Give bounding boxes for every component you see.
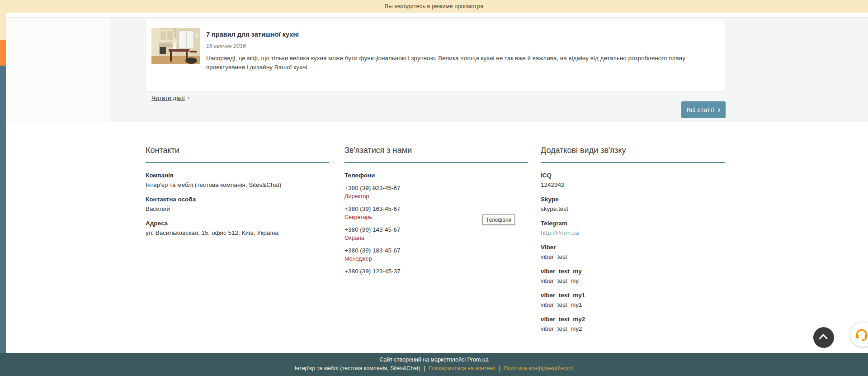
chevron-right-icon: › bbox=[188, 94, 190, 101]
connect-title: Зв'язатися з нами bbox=[344, 146, 528, 163]
read-more-label: Читати далі bbox=[151, 95, 185, 101]
contact-item-person: Контактна особа Василий bbox=[146, 196, 329, 212]
kitchen-photo bbox=[151, 28, 200, 64]
phone-entry: +380 (39) 123-45-37 bbox=[344, 268, 528, 275]
article-excerpt: Насправді, це міф, що тільки велика кухн… bbox=[206, 54, 716, 71]
extra-contacts-column: Додаткові види зв'язку ICQ 1242342 Skype… bbox=[541, 146, 725, 332]
phone-number: +380 (39) 143-45-67 bbox=[344, 226, 528, 233]
all-articles-label: Всі статті bbox=[686, 106, 714, 114]
phone-number: +380 (39) 163-45-67 bbox=[344, 205, 528, 212]
contact-item-address: Адреса ул. Васильковская, 15, офис 512, … bbox=[146, 220, 329, 236]
extra-item-viber-my2: viber_test_my2 viber_test_my2 bbox=[541, 316, 725, 332]
article-title[interactable]: 7 правил для затишної кухні bbox=[206, 31, 299, 38]
extra-label: Viber bbox=[541, 244, 725, 251]
article-card: 7 правил для затишної кухні 18 квітня 20… bbox=[146, 19, 725, 91]
scroll-to-top-button[interactable] bbox=[813, 327, 834, 348]
phone-role-label: Директор bbox=[344, 193, 528, 200]
phone-entry: +380 (39) 143-45-67 Охрана bbox=[344, 226, 528, 241]
extra-label: viber_test_my2 bbox=[541, 316, 725, 323]
article-date: 18 квітня 2016 bbox=[206, 43, 246, 49]
phone-number: +380 (39) 183-45-67 bbox=[344, 247, 528, 254]
extra-item-skype: Skype skype.test bbox=[541, 196, 725, 212]
contacts-column: Контакти Компанія Інтер'єр та меблі (тес… bbox=[146, 146, 329, 236]
contacts-title: Контакти bbox=[146, 146, 329, 163]
extra-value: viber_test_my1 bbox=[541, 301, 725, 308]
phone-role-label: Охрана bbox=[344, 235, 528, 241]
preview-mode-bar: Вы находитесь в режиме просмотра bbox=[0, 0, 868, 13]
chevron-right-icon: › bbox=[718, 105, 721, 114]
extra-contacts-title: Додаткові види зв'язку bbox=[541, 146, 725, 163]
extra-value: viber_test_my2 bbox=[541, 325, 725, 332]
previous-section-edge bbox=[6, 13, 868, 18]
extra-label: viber_test_my bbox=[541, 268, 725, 275]
phones-label: Телефони bbox=[344, 172, 528, 179]
extra-value: viber_test bbox=[541, 253, 725, 260]
extra-item-icq: ICQ 1242342 bbox=[541, 172, 725, 188]
left-edge-cream-strip bbox=[0, 13, 6, 40]
preview-mode-text: Вы находитесь в режиме просмотра bbox=[385, 3, 484, 10]
tooltip-text: Телефони bbox=[486, 217, 511, 223]
phone-number: +380 (39) 923-45-67 bbox=[344, 185, 528, 191]
extra-value: viber_test_my bbox=[541, 277, 725, 284]
telegram-link[interactable]: http://Prom.ua bbox=[541, 229, 725, 236]
extra-value: 1242342 bbox=[541, 181, 725, 188]
contact-value: Інтер'єр та меблі (тестова компанія, Sit… bbox=[146, 181, 329, 188]
phone-entry: +380 (39) 183-45-67 Менеджер bbox=[344, 247, 528, 262]
left-edge-orange-strip bbox=[0, 40, 6, 66]
footer-separator: | bbox=[424, 365, 425, 371]
footer-marketplace-text: Сайт створений на маркетплейсі Prom.ua bbox=[0, 357, 868, 363]
site-footer: Сайт створений на маркетплейсі Prom.ua І… bbox=[0, 353, 868, 376]
privacy-policy-link[interactable]: Політика конфіденційності bbox=[504, 365, 573, 371]
extra-item-viber-my1: viber_test_my1 viber_test_my1 bbox=[541, 292, 725, 308]
extra-label: ICQ bbox=[541, 172, 725, 179]
phone-number: +380 (39) 123-45-37 bbox=[344, 268, 528, 275]
support-chat-widget[interactable] bbox=[850, 322, 868, 347]
extra-label: Skype bbox=[541, 196, 725, 203]
footer-company-name: Інтер'єр та меблі (тестова компанія, Sit… bbox=[295, 365, 420, 371]
phones-tooltip: Телефони bbox=[482, 214, 515, 225]
contact-value: Василий bbox=[146, 205, 329, 212]
connect-column: Зв'язатися з нами Телефони +380 (39) 923… bbox=[344, 146, 528, 275]
contact-label: Контактна особа bbox=[146, 196, 329, 203]
contact-label: Компанія bbox=[146, 172, 329, 179]
extra-item-viber-my: viber_test_my viber_test_my bbox=[541, 268, 725, 284]
report-content-link[interactable]: Поскаржитися на контент bbox=[429, 365, 495, 371]
phone-entry: +380 (39) 923-45-67 Директор bbox=[344, 185, 528, 200]
contact-value: ул. Васильковская, 15, офис 512, Київ, У… bbox=[146, 229, 329, 236]
left-gutter-panel bbox=[6, 18, 110, 122]
left-edge-teal-strip bbox=[0, 66, 6, 353]
article-thumbnail[interactable] bbox=[151, 28, 200, 64]
extra-value: skype.test bbox=[541, 205, 725, 212]
contact-label: Адреса bbox=[146, 220, 329, 227]
extra-item-viber: Viber viber_test bbox=[541, 244, 725, 260]
extra-label: Telegram bbox=[541, 220, 725, 227]
extra-label: viber_test_my1 bbox=[541, 292, 725, 299]
all-articles-button[interactable]: Всі статті › bbox=[681, 101, 726, 118]
contact-item-company: Компанія Інтер'єр та меблі (тестова комп… bbox=[146, 172, 329, 188]
phone-role-label: Менеджер bbox=[344, 256, 528, 262]
read-more-link[interactable]: Читати далі› bbox=[151, 94, 190, 101]
headset-icon bbox=[854, 328, 868, 342]
footer-links-line: Інтер'єр та меблі (тестова компанія, Sit… bbox=[0, 365, 868, 371]
extra-item-telegram: Telegram http://Prom.ua bbox=[541, 220, 725, 236]
footer-separator: | bbox=[499, 365, 500, 371]
chevron-up-icon bbox=[819, 334, 828, 343]
